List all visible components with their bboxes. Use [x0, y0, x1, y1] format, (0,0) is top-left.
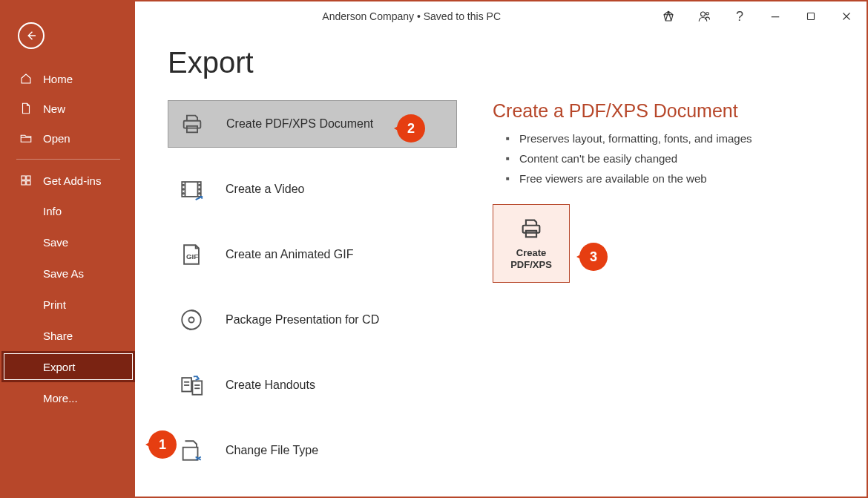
bullet-item: Preserves layout, formatting, fonts, and…: [506, 132, 837, 145]
printer-icon: [519, 216, 544, 241]
sidebar-label: Home: [43, 73, 73, 85]
help-button[interactable]: ?: [729, 5, 751, 27]
sidebar-label: Print: [43, 298, 66, 311]
svg-point-19: [199, 189, 200, 189]
sidebar-item-saveas[interactable]: Save As: [1, 258, 135, 289]
handouts-icon: [177, 370, 206, 400]
sidebar-label: Save: [43, 236, 68, 249]
sidebar-item-save[interactable]: Save: [1, 226, 135, 258]
premium-icon[interactable]: [657, 5, 680, 27]
export-option-package[interactable]: Package Presentation for CD: [168, 296, 457, 344]
export-option-label: Change File Type: [226, 444, 318, 457]
title-bar: Anderson Company • Saved to this PC ?: [135, 1, 867, 31]
callout-2: 2: [397, 114, 425, 142]
export-option-gif[interactable]: GIF Create an Animated GIF: [168, 231, 457, 278]
sidebar-label: Get Add-ins: [43, 174, 101, 187]
svg-point-18: [199, 185, 200, 186]
sidebar-label: Share: [43, 330, 73, 342]
gif-icon: GIF: [177, 240, 206, 269]
sidebar-item-home[interactable]: Home: [1, 64, 135, 94]
svg-rect-9: [27, 181, 30, 185]
export-option-label: Create a Video: [226, 183, 304, 196]
sidebar-item-more[interactable]: More...: [1, 382, 135, 413]
detail-bullets: Preserves layout, formatting, fonts, and…: [493, 132, 837, 185]
export-option-label: Package Presentation for CD: [226, 313, 379, 327]
sidebar-label: Save As: [43, 267, 84, 280]
maximize-button[interactable]: [800, 5, 822, 27]
export-detail-pane: Create a PDF/XPS Document Preserves layo…: [493, 100, 837, 474]
svg-rect-7: [27, 176, 30, 180]
minimize-button[interactable]: [764, 5, 786, 27]
bullet-item: Free viewers are available on the web: [506, 172, 837, 185]
video-icon: [177, 174, 206, 204]
cd-icon: [177, 305, 206, 335]
svg-rect-3: [808, 13, 815, 20]
svg-rect-8: [22, 181, 25, 185]
create-pdfxps-button[interactable]: Create PDF/XPS: [493, 204, 570, 283]
svg-point-23: [188, 317, 194, 322]
svg-point-15: [183, 185, 184, 186]
export-page: Export Create PDF/XPS Document Create a …: [135, 31, 867, 497]
sidebar-label: Info: [43, 205, 62, 217]
sidebar-item-addins[interactable]: Get Add-ins: [1, 166, 135, 195]
filetype-icon: [177, 436, 206, 465]
svg-rect-6: [22, 176, 25, 180]
export-option-handouts[interactable]: Create Handouts: [168, 361, 457, 409]
printer-icon: [177, 109, 207, 139]
svg-rect-11: [187, 126, 197, 133]
svg-rect-32: [526, 231, 536, 237]
export-option-label: Create PDF/XPS Document: [226, 117, 373, 131]
svg-point-1: [706, 13, 708, 15]
sidebar-item-new[interactable]: New: [1, 94, 135, 123]
callout-1: 1: [148, 430, 177, 459]
callout-3: 3: [579, 243, 608, 271]
backstage-sidebar: Home New Open Get Add-ins Info Save Save…: [1, 1, 135, 497]
account-icon[interactable]: [693, 5, 715, 27]
close-button[interactable]: [835, 5, 858, 27]
export-options-list: Create PDF/XPS Document Create a Video G…: [168, 100, 457, 474]
sidebar-item-open[interactable]: Open: [1, 123, 135, 153]
svg-text:GIF: GIF: [186, 252, 199, 261]
export-option-filetype[interactable]: Change File Type: [168, 427, 457, 474]
sidebar-label: Export: [43, 361, 75, 373]
export-option-label: Create Handouts: [226, 379, 315, 392]
document-title: Anderson Company • Saved to this PC: [322, 10, 501, 22]
window-controls: ?: [657, 5, 867, 27]
sidebar-item-print[interactable]: Print: [1, 289, 135, 320]
bullet-item: Content can't be easily changed: [506, 152, 837, 165]
sidebar-item-share[interactable]: Share: [1, 320, 135, 351]
sidebar-label: More...: [43, 392, 78, 404]
export-option-label: Create an Animated GIF: [226, 248, 354, 261]
export-option-video[interactable]: Create a Video: [168, 166, 457, 213]
svg-point-17: [183, 193, 184, 194]
svg-point-0: [701, 12, 706, 16]
svg-point-20: [199, 193, 200, 194]
svg-point-16: [183, 189, 184, 189]
detail-heading: Create a PDF/XPS Document: [493, 100, 837, 122]
sidebar-item-info[interactable]: Info: [1, 195, 135, 226]
back-button[interactable]: [18, 22, 45, 49]
export-layout: Create PDF/XPS Document Create a Video G…: [168, 100, 837, 474]
svg-rect-30: [183, 448, 198, 460]
create-button-label: Create PDF/XPS: [510, 247, 552, 270]
sidebar-label: Open: [43, 132, 70, 145]
page-title: Export: [168, 46, 837, 79]
sidebar-label: New: [43, 102, 65, 115]
sidebar-item-export[interactable]: Export: [1, 351, 135, 382]
sidebar-separator: [16, 159, 120, 160]
